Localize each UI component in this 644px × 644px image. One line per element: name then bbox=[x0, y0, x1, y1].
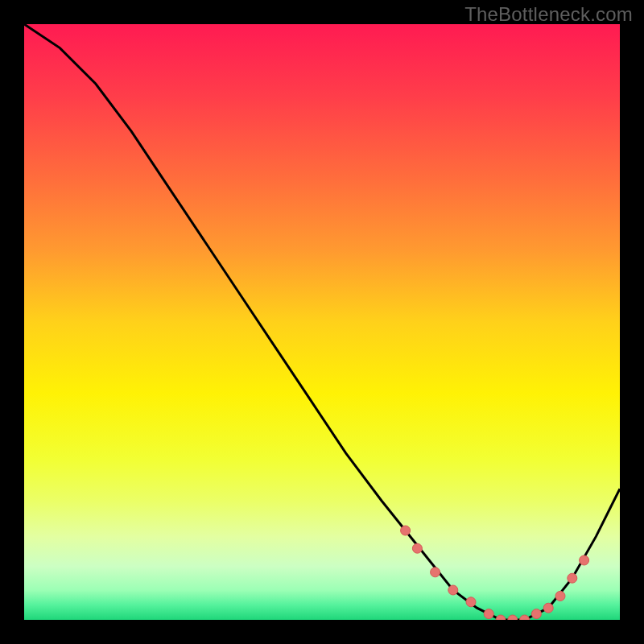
curve-marker bbox=[484, 609, 493, 619]
plot-area bbox=[24, 24, 620, 620]
curve-marker bbox=[543, 603, 553, 613]
curve-marker bbox=[412, 543, 422, 553]
curve-marker bbox=[568, 573, 577, 583]
curve-marker bbox=[580, 555, 589, 565]
chart-frame: TheBottleneck.com bbox=[0, 0, 644, 644]
curve-marker bbox=[431, 568, 440, 577]
curve-marker bbox=[401, 526, 411, 535]
watermark-text: TheBottleneck.com bbox=[464, 3, 633, 26]
curve-marker bbox=[555, 591, 565, 601]
gradient-background bbox=[24, 24, 620, 620]
curve-marker bbox=[466, 597, 476, 607]
curve-marker bbox=[448, 585, 458, 595]
curve-marker bbox=[531, 609, 541, 619]
curve-chart bbox=[24, 24, 620, 620]
